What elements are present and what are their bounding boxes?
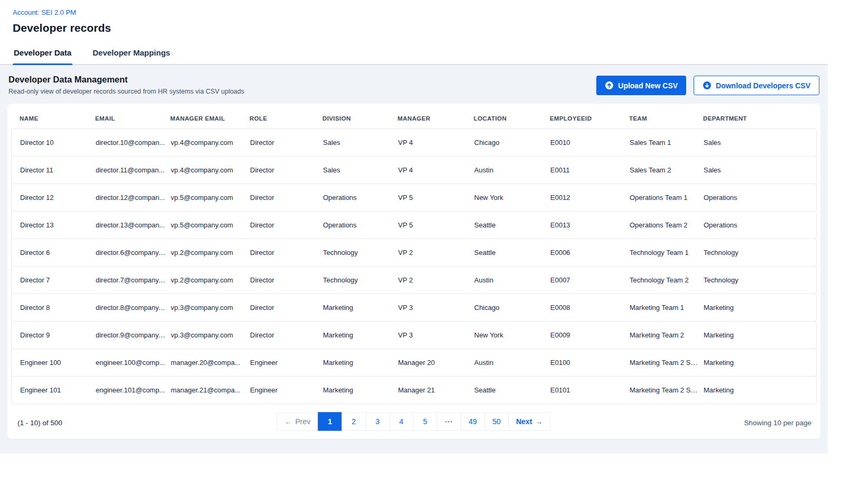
upload-csv-button[interactable]: Upload New CSV <box>596 76 686 95</box>
tab-developer-data[interactable]: Developer Data <box>13 45 72 64</box>
table-cell: Engineer <box>250 359 323 367</box>
table-body: Director 10director.10@compan...vp.4@com… <box>11 129 817 404</box>
download-csv-label: Download Developers CSV <box>716 81 810 90</box>
table-row: Director 13director.13@compan...vp.5@com… <box>11 211 817 239</box>
table-cell: Marketing <box>323 304 398 312</box>
table-cell: Director <box>250 331 323 339</box>
table-cell: Technology Team 1 <box>630 249 704 257</box>
table-cell: Director <box>250 276 323 284</box>
table-cell: Marketing <box>704 304 808 312</box>
table-cell: Manager 21 <box>398 386 474 394</box>
table-cell: director.7@company.... <box>96 276 171 284</box>
table-cell: Director <box>250 304 323 312</box>
section-subtitle: Read-only view of developer records sour… <box>8 88 244 95</box>
table-cell: E0013 <box>550 221 630 229</box>
table-cell: Technology <box>323 249 398 257</box>
table-cell: vp.4@company.com <box>171 139 250 147</box>
table-cell: vp.3@company.com <box>171 304 250 312</box>
column-header-role: ROLE <box>250 115 322 122</box>
page-button-49[interactable]: 49 <box>460 412 485 431</box>
table-cell: director.8@company.... <box>96 304 171 312</box>
page-button-4[interactable]: 4 <box>389 412 413 431</box>
table-cell: Director 8 <box>20 304 96 312</box>
column-header-manager-email: MANAGER EMAIL <box>170 115 250 122</box>
table-cell: Director 6 <box>20 249 96 257</box>
table-cell: Director 11 <box>20 166 96 174</box>
table-row: Director 9director.9@company....vp.3@com… <box>11 321 817 349</box>
account-link[interactable]: Account: SEI 2.0 PM <box>13 8 76 16</box>
table-row: Director 7director.7@company....vp.2@com… <box>11 266 817 294</box>
table-cell: Operations Team 1 <box>630 194 704 202</box>
table-cell: director.6@company.... <box>96 249 171 257</box>
table-cell: vp.5@company.com <box>171 221 250 229</box>
tab-developer-mappings[interactable]: Developer Mappings <box>91 45 171 64</box>
pagination: ←Prev12345•••4950Next→ <box>277 412 550 431</box>
table-cell: E0010 <box>550 139 630 147</box>
table-cell: vp.5@company.com <box>171 194 250 202</box>
table-cell: Director 7 <box>20 276 96 284</box>
table-cell: Marketing <box>323 386 398 394</box>
table-row: Director 8director.8@company....vp.3@com… <box>11 294 817 322</box>
table-footer: (1 - 10) of 500 ←Prev12345•••4950Next→ S… <box>11 404 817 434</box>
per-page-label: Showing 10 per page <box>744 419 811 427</box>
page-title: Developer records <box>13 22 815 34</box>
table-cell: Operations <box>323 221 398 229</box>
column-header-manager: MANAGER <box>398 115 474 122</box>
table-cell: Seattle <box>474 386 550 394</box>
table-cell: director.11@compan... <box>96 166 171 174</box>
table-cell: VP 2 <box>398 249 474 257</box>
table-cell: manager.21@compa... <box>171 386 250 394</box>
table-cell: Marketing Team 2 Su... <box>630 386 704 394</box>
table-cell: Marketing <box>704 359 808 367</box>
table-cell: VP 4 <box>398 166 474 174</box>
table-cell: VP 5 <box>398 194 474 202</box>
table-header-row: NAMEEMAILMANAGER EMAILROLEDIVISIONMANAGE… <box>11 107 817 129</box>
table-cell: Marketing Team 1 <box>630 304 704 312</box>
table-cell: Sales <box>323 139 398 147</box>
column-header-department: DEPARTMENT <box>703 115 808 122</box>
table-cell: Operations Team 2 <box>630 221 704 229</box>
column-header-location: LOCATION <box>474 115 550 122</box>
page-button-50[interactable]: 50 <box>484 412 509 431</box>
app-container: Account: SEI 2.0 PM Developer records De… <box>0 0 828 454</box>
page-button-1[interactable]: 1 <box>318 412 342 431</box>
next-button[interactable]: Next→ <box>508 412 550 431</box>
table-cell: Sales <box>704 139 808 147</box>
next-label: Next <box>516 417 532 426</box>
page-button-5[interactable]: 5 <box>413 412 437 431</box>
table-cell: Engineer 100 <box>20 359 96 367</box>
table-cell: E0009 <box>550 331 630 339</box>
table-cell: VP 2 <box>398 276 474 284</box>
range-label: (1 - 10) of 500 <box>17 419 62 427</box>
table-cell: E0008 <box>550 304 630 312</box>
section-actions: Upload New CSV Download Developers CSV <box>596 76 819 95</box>
table-cell: vp.2@company.com <box>171 276 250 284</box>
table-cell: VP 3 <box>398 331 474 339</box>
table-cell: Director 9 <box>20 331 96 339</box>
table-cell: Director <box>250 139 323 147</box>
table-cell: Sales <box>704 166 808 174</box>
table-cell: New York <box>474 194 550 202</box>
table-cell: engineer.101@comp... <box>96 386 171 394</box>
download-csv-button[interactable]: Download Developers CSV <box>694 76 819 95</box>
table-cell: director.9@company.... <box>96 331 171 339</box>
table-cell: Operations <box>704 221 808 229</box>
table-cell: Engineer 101 <box>20 386 96 394</box>
prev-button[interactable]: ←Prev <box>276 412 318 431</box>
table-row: Director 10director.10@compan...vp.4@com… <box>11 129 817 157</box>
table-cell: Director 12 <box>20 194 96 202</box>
developer-data-section: Developer Data Management Read-only view… <box>0 65 828 454</box>
table-cell: E0007 <box>550 276 630 284</box>
arrow-right-icon: → <box>535 417 543 426</box>
table-cell: Marketing <box>323 359 398 367</box>
table-cell: Austin <box>474 276 550 284</box>
table-cell: E0006 <box>550 249 630 257</box>
table-cell: Sales <box>323 166 398 174</box>
column-header-employeeid: EMPLOYEEID <box>550 115 629 122</box>
column-header-division: DIVISION <box>322 115 398 122</box>
page-button-3[interactable]: 3 <box>365 412 390 431</box>
page-button-2[interactable]: 2 <box>341 412 366 431</box>
table-cell: E0012 <box>550 194 630 202</box>
table-cell: Sales Team 1 <box>630 139 704 147</box>
table-cell: Austin <box>474 166 550 174</box>
